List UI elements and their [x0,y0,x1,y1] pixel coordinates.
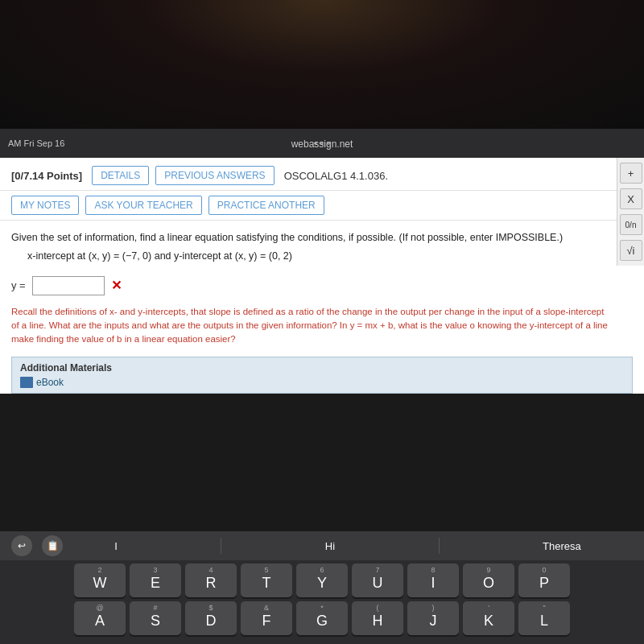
sqrt-tool-button[interactable]: √i [620,240,642,261]
divider-2 [439,538,440,554]
ebook-link[interactable]: eBook [20,377,624,388]
kb-row-1: 2W 3E 4R 5T 6Y 7U 8I 9O 0P [5,564,639,597]
key-O[interactable]: 9O [463,564,514,597]
side-tools: + X 0/n √i [617,158,644,266]
doc-icon: 📋 [47,540,59,551]
ebook-icon [20,377,33,388]
problem-condition: x-intercept at (x, y) = (−7, 0) and y-in… [27,250,609,262]
browser-bar: AM Fri Sep 16 webassign.net [0,129,644,158]
key-A[interactable]: @A [74,601,126,635]
wrong-mark: ✕ [111,278,122,293]
key-G[interactable]: *G [296,601,348,635]
answer-input[interactable] [32,276,105,295]
additional-materials: Additional Materials eBook [11,357,633,394]
key-K[interactable]: 'K [463,601,514,635]
notes-row: MY NOTES ASK YOUR TEACHER PRACTICE ANOTH… [0,191,644,221]
keyboard-icon-1[interactable]: ↩ [11,535,32,556]
divider-1 [221,538,221,554]
browser-url: webassign.net [291,138,353,150]
key-F[interactable]: &F [241,601,292,635]
keyboard-area: ↩ 📋 I Hi Theresa 2W 3E 4R 5T 6Y 7U 8I 9O… [0,531,644,644]
arrow-icon: ↩ [18,540,26,551]
ebook-label: eBook [36,377,64,388]
ask-teacher-button[interactable]: ASK YOUR TEACHER [85,196,201,215]
suggestion-2[interactable]: Hi [325,540,335,552]
plus-tool-button[interactable]: + [620,163,642,184]
key-T[interactable]: 5T [241,564,292,597]
key-D[interactable]: $D [185,601,237,635]
additional-title: Additional Materials [20,362,624,374]
key-W[interactable]: 2W [74,564,126,597]
key-Y[interactable]: 6Y [296,564,348,597]
keyboard-icon-2[interactable]: 📋 [42,535,63,556]
key-P[interactable]: 0P [518,564,570,597]
suggestion-3[interactable]: Theresa [543,540,581,552]
key-E[interactable]: 3E [130,564,181,597]
problem-id: OSCOLALG1 4.1.036. [284,170,388,182]
top-dark-area [0,0,644,129]
points-label: [0/7.14 Points] [11,170,82,182]
details-button[interactable]: DETAILS [92,166,149,185]
answer-label: y = [11,279,26,291]
kb-row-2: @A #S $D &F *G (H )J 'K "L [5,601,639,635]
key-L[interactable]: "L [518,601,570,635]
hint-text: Recall the definitions of x- and y-inter… [0,302,644,352]
browser-time: AM Fri Sep 16 [8,138,64,148]
content-wrapper: + X 0/n √i [0/7.14 Points] DETAILS PREVI… [0,158,644,394]
keyboard-top-icons: ↩ 📋 [11,535,63,556]
keyboard-top-bar: ↩ 📋 I Hi Theresa [0,531,644,560]
kb-suggestions: I Hi Theresa [63,538,633,554]
key-R[interactable]: 4R [185,564,237,597]
my-notes-button[interactable]: MY NOTES [11,196,79,215]
key-U[interactable]: 7U [352,564,403,597]
fraction-tool-button[interactable]: 0/n [620,214,642,235]
previous-answers-button[interactable]: PREVIOUS ANSWERS [155,166,274,185]
key-I[interactable]: 8I [407,564,459,597]
key-J[interactable]: )J [407,601,459,635]
problem-content: Given the set of information, find a lin… [0,221,644,276]
practice-another-button[interactable]: PRACTICE ANOTHER [208,196,324,215]
points-row: [0/7.14 Points] DETAILS PREVIOUS ANSWERS… [0,158,644,191]
key-S[interactable]: #S [130,601,181,635]
x-tool-button[interactable]: X [620,188,642,209]
problem-instruction: Given the set of information, find a lin… [11,230,609,246]
key-H[interactable]: (H [352,601,403,635]
suggestion-1[interactable]: I [114,540,118,552]
keyboard-rows: 2W 3E 4R 5T 6Y 7U 8I 9O 0P @A #S $D &F *… [0,560,644,644]
answer-row: y = ✕ [0,276,644,295]
